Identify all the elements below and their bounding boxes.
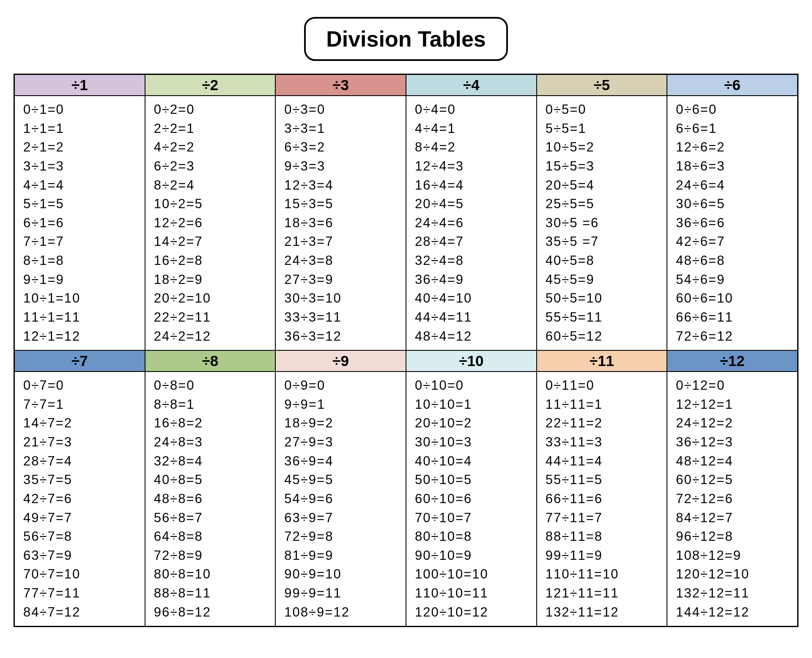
title-container: Division Tables xyxy=(14,17,798,61)
column-body-div-2: 0÷2=02÷2=14÷2=26÷2=38÷2=410÷2=512÷2=614÷… xyxy=(145,96,276,350)
column-header-div-11: ÷11 xyxy=(537,350,667,372)
division-tables-grid: ÷1÷2÷3÷4÷5÷60÷1=01÷1=12÷1=23÷1=34÷1=45÷1… xyxy=(14,74,798,627)
equation-row: 110÷10=11 xyxy=(415,584,528,603)
equation-row: 36÷12=3 xyxy=(676,433,789,452)
equation-row: 96÷12=8 xyxy=(676,527,789,546)
equation-row: 35÷5 =7 xyxy=(546,232,658,251)
column-header-div-12: ÷12 xyxy=(667,350,798,372)
equation-row: 5÷1=5 xyxy=(23,195,136,214)
equation-row: 132÷11=12 xyxy=(546,603,658,622)
equation-row: 54÷6=9 xyxy=(676,270,789,289)
equation-row: 33÷3=11 xyxy=(284,308,397,327)
equation-row: 88÷11=8 xyxy=(546,527,658,546)
column-header-div-3: ÷3 xyxy=(275,74,406,96)
equation-row: 20÷2=10 xyxy=(154,289,267,308)
equation-row: 60÷5=12 xyxy=(546,327,658,346)
equation-row: 22÷11=2 xyxy=(546,414,658,433)
equation-row: 63÷7=9 xyxy=(23,546,136,565)
equation-row: 132÷12=11 xyxy=(676,584,789,603)
equation-row: 3÷3=1 xyxy=(284,119,397,138)
equation-row: 9÷3=3 xyxy=(284,157,397,176)
equation-row: 5÷5=1 xyxy=(546,119,658,138)
equation-row: 21÷7=3 xyxy=(23,433,136,452)
column-body-div-10: 0÷10=010÷10=120÷10=230÷10=340÷10=450÷10=… xyxy=(406,372,537,626)
equation-row: 45÷5=9 xyxy=(546,270,658,289)
equation-row: 42÷7=6 xyxy=(23,490,136,509)
equation-row: 18÷6=3 xyxy=(676,157,789,176)
equation-row: 8÷8=1 xyxy=(154,395,267,414)
equation-row: 12÷2=6 xyxy=(154,214,267,233)
equation-row: 144÷12=12 xyxy=(676,603,789,622)
equation-row: 1÷1=1 xyxy=(23,119,136,138)
equation-row: 33÷11=3 xyxy=(546,433,658,452)
equation-row: 28÷7=4 xyxy=(23,452,136,471)
column-header-div-8: ÷8 xyxy=(145,350,276,372)
equation-row: 36÷3=12 xyxy=(284,327,397,346)
equation-row: 9÷9=1 xyxy=(284,395,397,414)
equation-row: 12÷6=2 xyxy=(676,138,789,157)
equation-row: 27÷3=9 xyxy=(284,270,397,289)
column-header-div-6: ÷6 xyxy=(667,74,798,96)
equation-row: 24÷3=8 xyxy=(284,251,397,270)
equation-row: 36÷9=4 xyxy=(284,452,397,471)
equation-row: 77÷11=7 xyxy=(546,509,658,528)
equation-row: 88÷8=11 xyxy=(154,584,267,603)
equation-row: 14÷7=2 xyxy=(23,414,136,433)
equation-row: 108÷12=9 xyxy=(676,546,789,565)
equation-row: 10÷5=2 xyxy=(546,138,658,157)
equation-row: 45÷9=5 xyxy=(284,471,397,490)
column-body-div-9: 0÷9=09÷9=118÷9=227÷9=336÷9=445÷9=554÷9=6… xyxy=(275,372,406,626)
page-title: Division Tables xyxy=(304,17,508,61)
equation-row: 40÷5=8 xyxy=(546,251,658,270)
equation-row: 18÷2=9 xyxy=(154,270,267,289)
equation-row: 11÷1=11 xyxy=(23,308,136,327)
equation-row: 84÷7=12 xyxy=(23,603,136,622)
equation-row: 110÷11=10 xyxy=(546,565,658,584)
column-body-div-1: 0÷1=01÷1=12÷1=23÷1=34÷1=45÷1=56÷1=67÷1=7… xyxy=(14,96,145,350)
equation-row: 40÷4=10 xyxy=(415,289,528,308)
equation-row: 6÷1=6 xyxy=(23,214,136,233)
equation-row: 12÷12=1 xyxy=(676,395,789,414)
equation-row: 0÷1=0 xyxy=(23,100,136,119)
column-body-div-6: 0÷6=06÷6=112÷6=218÷6=324÷6=430÷6=536÷6=6… xyxy=(667,96,798,350)
column-body-div-12: 0÷12=012÷12=124÷12=236÷12=348÷12=460÷12=… xyxy=(667,372,798,626)
equation-row: 90÷9=10 xyxy=(284,565,397,584)
equation-row: 54÷9=6 xyxy=(284,490,397,509)
equation-row: 99÷11=9 xyxy=(546,546,658,565)
equation-row: 30÷10=3 xyxy=(415,433,528,452)
equation-row: 0÷9=0 xyxy=(284,376,397,395)
equation-row: 72÷12=6 xyxy=(676,490,789,509)
column-header-div-7: ÷7 xyxy=(14,350,145,372)
equation-row: 0÷4=0 xyxy=(415,100,528,119)
equation-row: 0÷10=0 xyxy=(415,376,528,395)
equation-row: 18÷9=2 xyxy=(284,414,397,433)
equation-row: 0÷3=0 xyxy=(284,100,397,119)
equation-row: 121÷11=11 xyxy=(546,584,658,603)
column-header-div-1: ÷1 xyxy=(14,74,145,96)
equation-row: 10÷2=5 xyxy=(154,195,267,214)
equation-row: 36÷4=9 xyxy=(415,270,528,289)
equation-row: 16÷4=4 xyxy=(415,176,528,195)
equation-row: 20÷10=2 xyxy=(415,414,528,433)
equation-row: 42÷6=7 xyxy=(676,232,789,251)
equation-row: 18÷3=6 xyxy=(284,214,397,233)
column-header-div-5: ÷5 xyxy=(537,74,667,96)
equation-row: 35÷7=5 xyxy=(23,471,136,490)
equation-row: 0÷12=0 xyxy=(676,376,789,395)
equation-row: 0÷2=0 xyxy=(154,100,267,119)
equation-row: 0÷6=0 xyxy=(676,100,789,119)
equation-row: 25÷5=5 xyxy=(546,195,658,214)
equation-row: 80÷10=8 xyxy=(415,527,528,546)
equation-row: 0÷7=0 xyxy=(23,376,136,395)
equation-row: 21÷3=7 xyxy=(284,232,397,251)
equation-row: 77÷7=11 xyxy=(23,584,136,603)
equation-row: 12÷1=12 xyxy=(23,327,136,346)
column-header-div-2: ÷2 xyxy=(145,74,276,96)
equation-row: 70÷7=10 xyxy=(23,565,136,584)
equation-row: 44÷11=4 xyxy=(546,452,658,471)
column-header-div-4: ÷4 xyxy=(406,74,537,96)
equation-row: 30÷5 =6 xyxy=(546,214,658,233)
equation-row: 10÷1=10 xyxy=(23,289,136,308)
equation-row: 15÷5=3 xyxy=(546,157,658,176)
column-body-div-5: 0÷5=05÷5=110÷5=215÷5=320÷5=425÷5=530÷5 =… xyxy=(537,96,667,350)
